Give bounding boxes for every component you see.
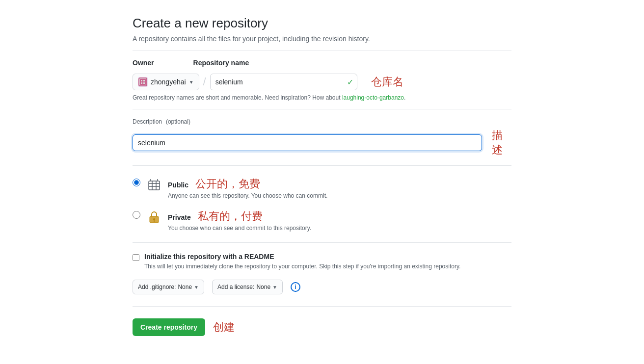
owner-repo-row: zhongyehai ▼ / ✓ 仓库名 [133, 74, 511, 90]
info-icon[interactable]: i [291, 282, 300, 292]
private-label-row: Private 私有的，付费 [168, 209, 511, 224]
license-value: None [256, 284, 270, 290]
description-label-text: Description [133, 118, 162, 125]
private-option: Private 私有的，付费 You choose who can see an… [133, 208, 511, 233]
init-text: Initialize this repository with a README [144, 253, 274, 260]
page-title: Create a new repository [133, 16, 511, 31]
page-container: Create a new repository A repository con… [121, 0, 523, 352]
hint-text-after: . [404, 94, 405, 101]
public-desc: Anyone can see this repository. You choo… [168, 192, 511, 199]
repo-name-field-group: Repository name [193, 59, 249, 70]
init-label: Initialize this repository with a README [144, 253, 274, 260]
owner-select[interactable]: zhongyehai ▼ [133, 74, 199, 90]
license-arrow: ▼ [272, 285, 277, 290]
create-annotation: 创建 [213, 320, 235, 335]
visibility-section: Public 公开的，免费 Anyone can see this reposi… [133, 176, 511, 233]
gitignore-value: None [178, 284, 192, 290]
description-input[interactable] [133, 134, 482, 151]
public-option: Public 公开的，免费 Anyone can see this reposi… [133, 176, 511, 200]
public-icon [146, 177, 162, 192]
description-label: Description (optional) [133, 117, 511, 125]
owner-field-group: Owner [133, 59, 154, 70]
owner-avatar [138, 77, 148, 87]
slash-separator: / [203, 76, 206, 88]
gitignore-label: Add .gitignore: [138, 284, 176, 290]
private-annotation: 私有的，付费 [198, 210, 263, 222]
public-annotation: 公开的，免费 [195, 178, 260, 190]
license-select[interactable]: Add a license: None ▼ [212, 280, 283, 294]
repo-name-input[interactable] [210, 74, 357, 90]
public-text: Public 公开的，免费 Anyone can see this reposi… [168, 177, 511, 199]
owner-label: Owner [133, 59, 154, 67]
owner-name: zhongyehai [151, 78, 186, 86]
repo-name-annotation: 仓库名 [371, 75, 403, 89]
private-text: Private 私有的，付费 You choose who can see an… [168, 209, 511, 232]
init-section: Initialize this repository with a README… [133, 253, 511, 270]
checkmark-icon: ✓ [347, 78, 353, 87]
gitignore-select[interactable]: Add .gitignore: None ▼ [133, 280, 204, 294]
license-label: Add a license: [217, 284, 254, 290]
init-divider [133, 242, 511, 243]
repo-name-hint: Great repository names are short and mem… [133, 94, 511, 101]
description-divider [133, 109, 511, 109]
bottom-divider [133, 306, 511, 307]
init-desc: This will let you immediately clone the … [144, 263, 511, 270]
create-repository-button[interactable]: Create repository [133, 318, 205, 336]
private-icon [146, 209, 162, 225]
description-row: 描述 [133, 128, 511, 157]
suggestion-link[interactable]: laughing-octo-garbanzo [342, 94, 404, 101]
create-row: Create repository 创建 [133, 318, 511, 336]
visibility-divider [133, 165, 511, 166]
private-radio[interactable] [133, 211, 140, 219]
description-section: Description (optional) 描述 [133, 117, 511, 157]
gitignore-arrow: ▼ [194, 285, 199, 290]
init-checkbox[interactable] [133, 254, 139, 261]
svg-point-11 [153, 218, 155, 220]
init-option: Initialize this repository with a README [133, 253, 511, 261]
top-divider [133, 51, 511, 51]
repo-name-input-wrapper: ✓ [210, 74, 357, 90]
public-label: Public [168, 181, 188, 189]
public-radio[interactable] [133, 179, 140, 186]
private-desc: You choose who can see and commit to thi… [168, 225, 511, 232]
public-label-row: Public 公开的，免费 [168, 177, 511, 191]
description-optional: (optional) [166, 118, 190, 125]
svg-rect-0 [139, 78, 147, 86]
owner-dropdown-arrow: ▼ [189, 79, 194, 85]
gitignore-license-row: Add .gitignore: None ▼ Add a license: No… [133, 280, 511, 294]
description-annotation: 描述 [492, 128, 511, 157]
owner-repo-section: Owner Repository name zhongyehai ▼ / [133, 59, 511, 101]
page-subtitle: A repository contains all the files for … [133, 35, 511, 43]
private-label: Private [168, 213, 191, 221]
hint-text-before: Great repository names are short and mem… [133, 94, 342, 101]
repo-name-label: Repository name [193, 59, 249, 67]
svg-rect-3 [149, 181, 160, 190]
